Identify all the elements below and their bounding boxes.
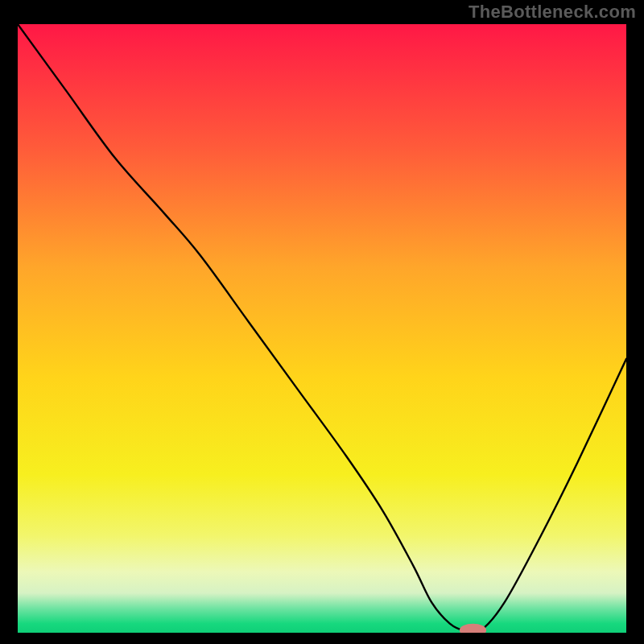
plot-area	[18, 24, 626, 633]
gradient-background	[18, 24, 626, 633]
chart-svg	[18, 24, 626, 633]
watermark-text: TheBottleneck.com	[469, 2, 636, 23]
chart-container: TheBottleneck.com	[0, 0, 644, 644]
